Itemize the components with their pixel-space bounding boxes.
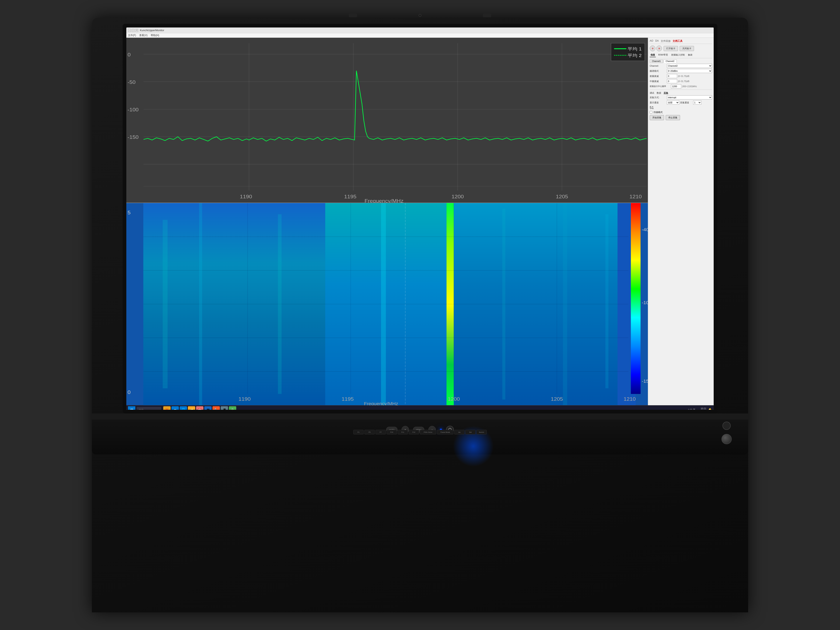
tab-info[interactable]: 信息 <box>650 53 656 57</box>
camera-bump-left <box>349 14 357 17</box>
menu-file[interactable]: 文件(F) <box>128 34 136 37</box>
close-button[interactable]: ✕ <box>135 29 138 32</box>
svg-rect-44 <box>381 203 386 405</box>
svg-rect-56 <box>631 203 641 394</box>
section-tab-debug[interactable]: 调试 <box>650 92 654 95</box>
window-titlebar: — □ ✕ KunchiUpperMonitor <box>126 27 714 33</box>
menu-help[interactable]: 帮助(H) <box>151 34 159 37</box>
attenuation2-row: 中频衰减 (0~31.75)dB <box>650 79 712 83</box>
nav-ao[interactable]: AO <box>650 39 653 43</box>
attenuation1-label: 射频衰减 <box>650 75 666 78</box>
scan-mode-checkbox[interactable] <box>650 111 652 114</box>
settings-icon-1: ⚙ <box>650 46 655 51</box>
nav-doc-tools[interactable]: 文档工具 <box>673 39 682 43</box>
tab-trigger[interactable]: 触发 <box>687 53 693 57</box>
svg-text:Frequency/MHz: Frequency/MHz <box>364 401 398 405</box>
center-freq-hint: (950~2150)MHz <box>682 85 697 88</box>
key-f12[interactable]: F12 <box>409 430 419 434</box>
stop-acquisition-button[interactable]: 停止采集 <box>666 115 680 120</box>
taskbar-app-5[interactable]: 🔧 <box>212 406 220 410</box>
taskbar-app-folder[interactable]: 📁 <box>188 406 195 410</box>
svg-text:1210: 1210 <box>629 194 642 199</box>
channel-row: Channel: Channel2 Channel1 <box>650 64 712 68</box>
svg-text:1210: 1210 <box>624 396 636 402</box>
key-ins[interactable]: Ins <box>454 430 464 434</box>
svg-text:0: 0 <box>128 52 131 57</box>
center-freq-input[interactable] <box>671 84 681 88</box>
taskbar-app-edge[interactable]: 🌐 <box>180 406 187 410</box>
svg-text:5: 5 <box>128 210 131 215</box>
notification-icon[interactable]: 🔔 <box>708 408 712 410</box>
svg-rect-43 <box>278 214 281 394</box>
svg-rect-45 <box>502 209 505 400</box>
action-buttons: 开始采集 停止采集 <box>650 115 712 120</box>
start-acquisition-button[interactable]: 开始采集 <box>650 115 664 120</box>
display-channel-select[interactable]: 全部 1 2 <box>667 101 679 104</box>
channel-select[interactable]: Channel2 Channel1 <box>667 64 712 68</box>
key-f1[interactable]: F1 <box>353 430 363 434</box>
screen: — □ ✕ KunchiUpperMonitor 文件(F) 查看(V) 帮助(… <box>126 27 714 410</box>
svg-text:-100: -100 <box>128 107 139 112</box>
key-pause[interactable]: Pause Break <box>437 430 453 434</box>
taskbar-app-calendar[interactable]: 📅 <box>196 406 204 410</box>
svg-rect-41 <box>163 220 167 388</box>
section-tab-acquisition[interactable]: 采集 <box>664 92 668 95</box>
window-controls: — □ ✕ <box>128 29 138 32</box>
taskbar-app-1[interactable]: 🦊 <box>163 406 171 410</box>
charts-area: 0 -50 -100 -150 1190 1195 1200 1205 1210… <box>126 38 648 405</box>
key-f7[interactable]: F7 <box>376 430 386 434</box>
freq-mode-select[interactable]: 0~20dBm <box>667 69 712 73</box>
sample-channel-select[interactable]: 1 2 <box>693 101 701 104</box>
nav-da[interactable]: DA <box>655 39 659 43</box>
key-f10[interactable]: F10 <box>387 430 397 434</box>
info-tabs: 信息 时钟/带宽 射频输入控制 触发 <box>650 53 712 58</box>
channel-label: Channel: <box>650 65 666 67</box>
svg-text:1195: 1195 <box>344 194 357 199</box>
close-card-button[interactable]: 关闭板卡 <box>680 46 694 51</box>
acq-mode-select[interactable]: interrupt continuous <box>667 95 712 99</box>
key-f11[interactable]: F11 <box>398 430 408 434</box>
tab-clock[interactable]: 时钟/带宽 <box>657 53 669 57</box>
channel-tab-2[interactable]: Channel2 <box>663 60 677 63</box>
svg-rect-47 <box>605 214 608 388</box>
freq-mode-label: 频谱模式 <box>650 69 666 73</box>
right-knob-small[interactable] <box>723 422 731 430</box>
open-card-button[interactable]: 打开板卡 <box>664 46 678 51</box>
taskbar-app-7[interactable]: 🔒 <box>229 406 236 410</box>
svg-rect-46 <box>563 203 567 405</box>
svg-text:-40: -40 <box>642 227 648 232</box>
taskbar-app-2[interactable]: ◻ <box>171 406 179 410</box>
attenuation2-hint: (0~31.75)dB <box>678 80 689 82</box>
nav-file-replay[interactable]: 文件回放 <box>661 39 671 43</box>
channel-tab-1[interactable]: Channel1 <box>650 60 663 63</box>
menu-bar: 文件(F) 查看(V) 帮助(H) <box>126 33 714 38</box>
svg-rect-42 <box>199 203 202 405</box>
taskbar-right: ^ 中 英 10:21 2023/3/15 🔔 <box>688 407 712 410</box>
svg-text:-150: -150 <box>642 379 648 384</box>
sample-channel-label: 采集通道 <box>680 101 692 104</box>
key-del[interactable]: Del <box>465 430 475 434</box>
tab-rf-control[interactable]: 射频输入控制 <box>670 53 685 57</box>
number-display: 51 <box>650 106 712 110</box>
svg-text:1190: 1190 <box>240 194 252 199</box>
section-tab-data[interactable]: 数据 <box>657 92 661 95</box>
key-prtsc[interactable]: PrtSc ScrLk <box>420 430 436 434</box>
key-f5[interactable]: F5 <box>365 430 375 434</box>
taskbar-app-6[interactable]: 🖥 <box>221 406 228 410</box>
svg-text:1205: 1205 <box>556 194 568 199</box>
laptop-hinge <box>92 414 748 420</box>
start-button[interactable]: ⊞ <box>128 406 135 410</box>
keyboard-area: F1 F5 F7 F10 F11 F12 PrtSc ScrLk Pause B… <box>112 430 728 450</box>
key-numlock[interactable]: NumLk <box>477 430 487 434</box>
attenuation2-input[interactable] <box>667 79 677 83</box>
taskbar-app-mail[interactable]: ✉ <box>204 406 212 410</box>
fn-key-row: F1 F5 F7 F10 F11 F12 PrtSc ScrLk Pause B… <box>112 430 728 434</box>
taskbar-search[interactable] <box>137 407 161 410</box>
window-title: KunchiUpperMonitor <box>140 29 164 32</box>
menu-view[interactable]: 查看(V) <box>139 34 147 37</box>
attenuation1-input[interactable] <box>667 74 677 78</box>
minimize-button[interactable]: — <box>128 29 131 32</box>
camera-bar <box>349 14 491 17</box>
camera-bump-right <box>483 14 491 17</box>
maximize-button[interactable]: □ <box>132 29 134 32</box>
